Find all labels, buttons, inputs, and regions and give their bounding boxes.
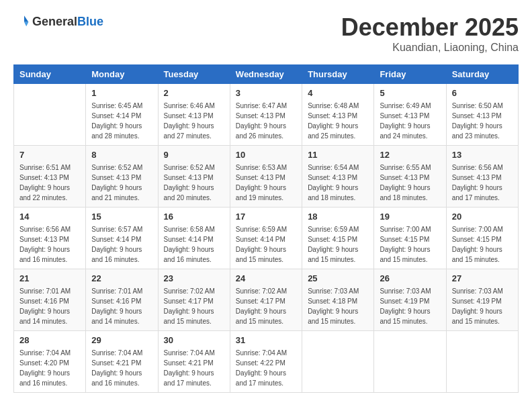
daylight-text: Daylight: 9 hours and 26 minutes.	[236, 121, 296, 141]
sunset-text: Sunset: 4:19 PM	[380, 296, 440, 306]
calendar-cell: 26Sunrise: 7:03 AMSunset: 4:19 PMDayligh…	[374, 269, 446, 331]
day-info: Sunrise: 6:45 AMSunset: 4:14 PMDaylight:…	[91, 101, 152, 141]
day-info: Sunrise: 7:04 AMSunset: 4:21 PMDaylight:…	[164, 348, 224, 388]
sunrise-text: Sunrise: 6:53 AM	[236, 163, 296, 173]
daylight-text: Daylight: 9 hours and 18 minutes.	[308, 183, 368, 203]
daylight-text: Daylight: 9 hours and 15 minutes.	[380, 244, 440, 265]
calendar-cell: 13Sunrise: 6:56 AMSunset: 4:13 PMDayligh…	[446, 146, 518, 208]
weekday-header-thursday: Thursday	[302, 65, 374, 84]
daylight-text: Daylight: 9 hours and 16 minutes.	[19, 368, 80, 388]
day-info: Sunrise: 7:01 AMSunset: 4:16 PMDaylight:…	[91, 286, 152, 326]
daylight-text: Daylight: 9 hours and 15 minutes.	[308, 244, 368, 265]
daylight-text: Daylight: 9 hours and 17 minutes.	[236, 368, 296, 388]
day-number: 7	[19, 150, 80, 160]
daylight-text: Daylight: 9 hours and 15 minutes.	[164, 306, 224, 326]
daylight-text: Daylight: 9 hours and 27 minutes.	[164, 121, 224, 141]
calendar-cell: 8Sunrise: 6:52 AMSunset: 4:13 PMDaylight…	[86, 146, 158, 208]
calendar-cell: 12Sunrise: 6:55 AMSunset: 4:13 PMDayligh…	[374, 146, 446, 208]
day-info: Sunrise: 6:46 AMSunset: 4:13 PMDaylight:…	[164, 101, 224, 141]
calendar-cell: 19Sunrise: 7:00 AMSunset: 4:15 PMDayligh…	[374, 208, 446, 269]
daylight-text: Daylight: 9 hours and 15 minutes.	[308, 306, 368, 326]
day-info: Sunrise: 6:58 AMSunset: 4:14 PMDaylight:…	[164, 224, 224, 265]
sunset-text: Sunset: 4:18 PM	[308, 296, 368, 306]
sunrise-text: Sunrise: 7:04 AM	[236, 348, 296, 358]
day-number: 2	[164, 88, 224, 98]
sunset-text: Sunset: 4:19 PM	[452, 296, 513, 306]
sunset-text: Sunset: 4:14 PM	[236, 234, 296, 244]
sunset-text: Sunset: 4:17 PM	[236, 296, 296, 306]
day-number: 10	[236, 150, 296, 160]
calendar-cell: 4Sunrise: 6:48 AMSunset: 4:13 PMDaylight…	[302, 84, 374, 146]
calendar-cell: 25Sunrise: 7:03 AMSunset: 4:18 PMDayligh…	[302, 269, 374, 331]
sunrise-text: Sunrise: 6:56 AM	[452, 163, 513, 173]
day-info: Sunrise: 6:54 AMSunset: 4:13 PMDaylight:…	[308, 163, 368, 203]
sunrise-text: Sunrise: 6:57 AM	[91, 224, 152, 234]
sunset-text: Sunset: 4:15 PM	[380, 234, 440, 244]
day-info: Sunrise: 7:03 AMSunset: 4:19 PMDaylight:…	[380, 286, 440, 326]
day-number: 14	[19, 212, 80, 222]
sunrise-text: Sunrise: 6:56 AM	[19, 224, 80, 234]
sunrise-text: Sunrise: 6:58 AM	[164, 224, 224, 234]
sunrise-text: Sunrise: 6:47 AM	[236, 101, 296, 111]
sunrise-text: Sunrise: 7:04 AM	[164, 348, 224, 358]
sunrise-text: Sunrise: 6:45 AM	[91, 101, 152, 111]
daylight-text: Daylight: 9 hours and 15 minutes.	[452, 244, 513, 265]
sunset-text: Sunset: 4:13 PM	[236, 173, 296, 183]
location-title: Kuandian, Liaoning, China	[341, 42, 519, 54]
calendar-cell: 6Sunrise: 6:50 AMSunset: 4:13 PMDaylight…	[446, 84, 518, 146]
sunrise-text: Sunrise: 6:59 AM	[236, 224, 296, 234]
day-info: Sunrise: 6:48 AMSunset: 4:13 PMDaylight:…	[308, 101, 368, 141]
day-info: Sunrise: 6:52 AMSunset: 4:13 PMDaylight:…	[91, 163, 152, 203]
calendar-week-row: 14Sunrise: 6:56 AMSunset: 4:13 PMDayligh…	[14, 208, 519, 269]
calendar-cell: 30Sunrise: 7:04 AMSunset: 4:21 PMDayligh…	[158, 331, 230, 393]
day-number: 26	[380, 273, 440, 283]
day-info: Sunrise: 6:52 AMSunset: 4:13 PMDaylight:…	[164, 163, 224, 203]
sunrise-text: Sunrise: 6:55 AM	[380, 163, 440, 173]
day-number: 23	[164, 273, 224, 283]
daylight-text: Daylight: 9 hours and 22 minutes.	[19, 183, 80, 203]
daylight-text: Daylight: 9 hours and 23 minutes.	[452, 121, 513, 141]
sunset-text: Sunset: 4:17 PM	[164, 296, 224, 306]
day-info: Sunrise: 7:03 AMSunset: 4:19 PMDaylight:…	[452, 286, 513, 326]
sunrise-text: Sunrise: 7:01 AM	[19, 286, 80, 296]
daylight-text: Daylight: 9 hours and 14 minutes.	[91, 306, 152, 326]
sunrise-text: Sunrise: 6:52 AM	[91, 163, 152, 173]
day-number: 5	[380, 88, 440, 98]
sunset-text: Sunset: 4:13 PM	[380, 173, 440, 183]
day-info: Sunrise: 7:04 AMSunset: 4:21 PMDaylight:…	[91, 348, 152, 388]
daylight-text: Daylight: 9 hours and 16 minutes.	[19, 244, 80, 265]
sunset-text: Sunset: 4:13 PM	[452, 111, 513, 121]
month-title: December 2025	[341, 13, 519, 42]
day-info: Sunrise: 6:56 AMSunset: 4:13 PMDaylight:…	[452, 163, 513, 203]
daylight-text: Daylight: 9 hours and 16 minutes.	[91, 368, 152, 388]
svg-marker-0	[24, 15, 28, 22]
sunset-text: Sunset: 4:13 PM	[236, 111, 296, 121]
day-number: 30	[164, 335, 224, 345]
day-info: Sunrise: 6:49 AMSunset: 4:13 PMDaylight:…	[380, 101, 440, 141]
calendar-body: 1Sunrise: 6:45 AMSunset: 4:14 PMDaylight…	[14, 84, 519, 393]
sunset-text: Sunset: 4:21 PM	[91, 358, 152, 368]
daylight-text: Daylight: 9 hours and 17 minutes.	[164, 368, 224, 388]
weekday-header-friday: Friday	[374, 65, 446, 84]
daylight-text: Daylight: 9 hours and 15 minutes.	[452, 306, 513, 326]
title-area: December 2025 Kuandian, Liaoning, China	[341, 13, 519, 54]
sunrise-text: Sunrise: 7:03 AM	[380, 286, 440, 296]
header: GeneralBlue December 2025 Kuandian, Liao…	[13, 13, 519, 54]
calendar-cell	[446, 331, 518, 393]
day-number: 9	[164, 150, 224, 160]
day-number: 12	[380, 150, 440, 160]
sunrise-text: Sunrise: 6:51 AM	[19, 163, 80, 173]
weekday-header-wednesday: Wednesday	[230, 65, 302, 84]
calendar-cell: 31Sunrise: 7:04 AMSunset: 4:22 PMDayligh…	[230, 331, 302, 393]
calendar-cell: 2Sunrise: 6:46 AMSunset: 4:13 PMDaylight…	[158, 84, 230, 146]
sunrise-text: Sunrise: 7:02 AM	[164, 286, 224, 296]
calendar-week-row: 28Sunrise: 7:04 AMSunset: 4:20 PMDayligh…	[14, 331, 519, 393]
sunset-text: Sunset: 4:15 PM	[308, 234, 368, 244]
logo-general-text: General	[32, 15, 77, 28]
sunrise-text: Sunrise: 7:04 AM	[91, 348, 152, 358]
sunrise-text: Sunrise: 6:50 AM	[452, 101, 513, 111]
day-info: Sunrise: 6:50 AMSunset: 4:13 PMDaylight:…	[452, 101, 513, 141]
sunset-text: Sunset: 4:21 PM	[164, 358, 224, 368]
calendar-cell: 17Sunrise: 6:59 AMSunset: 4:14 PMDayligh…	[230, 208, 302, 269]
sunset-text: Sunset: 4:20 PM	[19, 358, 80, 368]
